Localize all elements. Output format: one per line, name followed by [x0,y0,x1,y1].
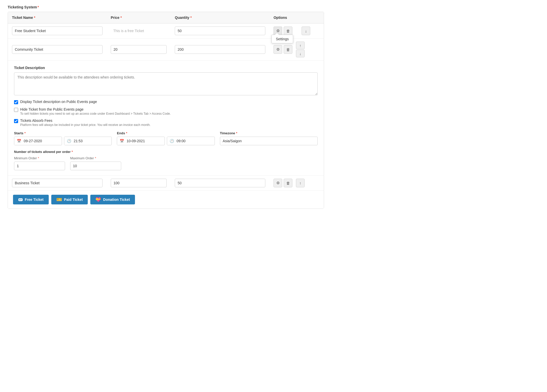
ticket-price-cell-3 [107,176,171,190]
add-free-ticket-button[interactable]: 🎟 Free Ticket [13,195,49,204]
paid-ticket-icon: 🎫 [56,197,62,202]
order-limits-section: Number of tickets allowed per order * Mi… [14,150,318,170]
ends-date-input[interactable] [127,137,165,145]
add-ticket-buttons: 🎟 Free Ticket 🎫 Paid Ticket 💝 Donation T… [8,191,324,208]
calendar-icon: 📅 [117,137,127,145]
ticketing-container: Ticket Name * Price * Quantity * Options… [8,12,324,209]
free-ticket-icon: 🎟 [18,197,23,202]
delete-button-1[interactable]: 🗑 [284,27,292,35]
starts-date-input[interactable] [24,137,62,145]
chevron-up-icon: ↑ [299,43,301,48]
free-ticket-label: Free Ticket [25,198,44,202]
starts-time-input[interactable] [74,137,89,145]
timezone-input[interactable] [220,137,318,145]
move-up-button-3[interactable]: ↑ [296,179,305,187]
delete-button-3[interactable]: 🗑 [284,179,292,187]
min-order-label: Minimum Order * [14,156,65,160]
settings-button-2[interactable]: ⚙ [274,45,282,54]
table-row: This is a free Ticket ⚙ 🗑 Settings [8,23,324,38]
section-required-marker: * [38,5,39,9]
delete-button-2[interactable]: 🗑 [284,45,292,54]
ends-time-input[interactable] [177,137,192,145]
add-paid-ticket-button[interactable]: 🎫 Paid Ticket [51,195,88,204]
absorb-fees-checkbox[interactable] [14,119,18,123]
checkbox-item-1: Display Ticket description on Public Eve… [14,100,318,104]
calendar-icon: 📅 [14,137,24,145]
cb2-sublabel: To sell hidden tickets you need to set u… [20,112,171,115]
ticket-price-cell-2 [107,42,171,57]
order-limits-label: Number of tickets allowed per order * [14,150,318,154]
section-label-text: Ticketing System [8,5,37,9]
clock-icon: 🕐 [167,137,177,145]
ticket-table-header: Ticket Name * Price * Quantity * Options [8,12,324,23]
ticket-price-cell-1: This is a free Ticket [107,26,171,36]
date-time-section: Starts * 📅 🕐 E [14,131,318,145]
checkbox-item-2: Hide Ticket from the Public Events page … [14,107,318,115]
ends-date-input-wrapper: 📅 [117,137,165,145]
starts-inputs: 📅 🕐 [14,137,112,145]
chevron-up-icon: ↑ [299,181,301,185]
col-header-quantity: Quantity * [171,12,269,23]
ends-time-input-wrapper: 🕐 [167,137,215,145]
ticket-name-input-3[interactable] [12,179,103,187]
settings-button-3[interactable]: ⚙ [274,179,282,187]
timezone-label: Timezone * [220,131,318,135]
settings-tooltip: Settings [271,35,293,43]
max-order-input[interactable] [70,162,121,170]
starts-time-input-wrapper: 🕐 [64,137,112,145]
ticket-quantity-input-2[interactable] [175,45,265,54]
ends-field-group: Ends * 📅 🕐 [117,131,215,145]
arrow-group-3: ↑ [296,179,305,187]
col-header-options: Options [269,12,324,23]
move-down-button-2[interactable]: ↓ [296,50,305,57]
gear-icon: ⚙ [276,181,280,185]
donation-ticket-label: Donation Ticket [103,198,130,202]
starts-label: Starts * [14,131,112,135]
cb3-label: Tickets Absorb Fees [20,119,151,123]
ticket-name-cell-3 [8,176,107,190]
min-order-field: Minimum Order * [14,156,65,170]
max-order-field: Maximum Order * [70,156,121,170]
donation-ticket-icon: 💝 [95,197,101,202]
ends-inputs: 📅 🕐 [117,137,215,145]
timezone-field-group: Timezone * [220,131,318,145]
ticket-expanded-section: Ticket Description Display Ticket descri… [8,61,324,176]
section-label: Ticketing System* [8,5,324,9]
ticket-price-placeholder-1: This is a free Ticket [111,27,147,35]
ticket-price-input-2[interactable] [111,45,167,54]
order-limits-inputs: Minimum Order * Maximum Order * [14,156,318,170]
table-row: ⚙ 🗑 ↑ [8,176,324,191]
chevron-down-icon: ↓ [305,29,307,33]
hide-ticket-checkbox[interactable] [14,108,18,112]
page-wrapper: Ticketing System* Ticket Name * Price * … [0,0,332,214]
starts-field-group: Starts * 📅 🕐 [14,131,112,145]
ticket-options-cell-3: ⚙ 🗑 ↑ [269,176,324,190]
ticket-quantity-cell-3 [171,176,269,190]
ticket-quantity-cell-2 [171,42,269,57]
ticket-price-input-3[interactable] [111,179,167,187]
ticket-name-input-1[interactable] [12,27,103,35]
ticket-description-textarea[interactable] [14,72,318,95]
trash-icon: 🗑 [286,181,290,185]
trash-icon: 🗑 [286,29,290,33]
col-header-price: Price * [107,12,171,23]
move-up-button-2[interactable]: ↑ [296,42,305,49]
cb1-label: Display Ticket description on Public Eve… [20,100,97,104]
min-order-input[interactable] [14,162,65,170]
ticket-name-input-2[interactable] [12,45,103,54]
starts-date-input-wrapper: 📅 [14,137,62,145]
display-description-checkbox[interactable] [14,100,18,104]
clock-icon: 🕐 [64,137,74,145]
add-donation-ticket-button[interactable]: 💝 Donation Ticket [90,195,135,204]
chevron-down-icon: ↓ [299,51,301,56]
ticket-quantity-input-1[interactable] [175,27,265,35]
move-down-button-1[interactable]: ↓ [302,27,310,35]
ticket-quantity-cell-1 [171,23,269,38]
paid-ticket-label: Paid Ticket [64,198,83,202]
ticket-name-cell-1 [8,23,107,38]
arrow-group-2: ↑ ↓ [296,42,305,57]
checkbox-group: Display Ticket description on Public Eve… [14,100,318,127]
trash-icon: 🗑 [286,47,290,52]
ticket-quantity-input-3[interactable] [175,179,265,187]
gear-icon: ⚙ [276,47,280,52]
